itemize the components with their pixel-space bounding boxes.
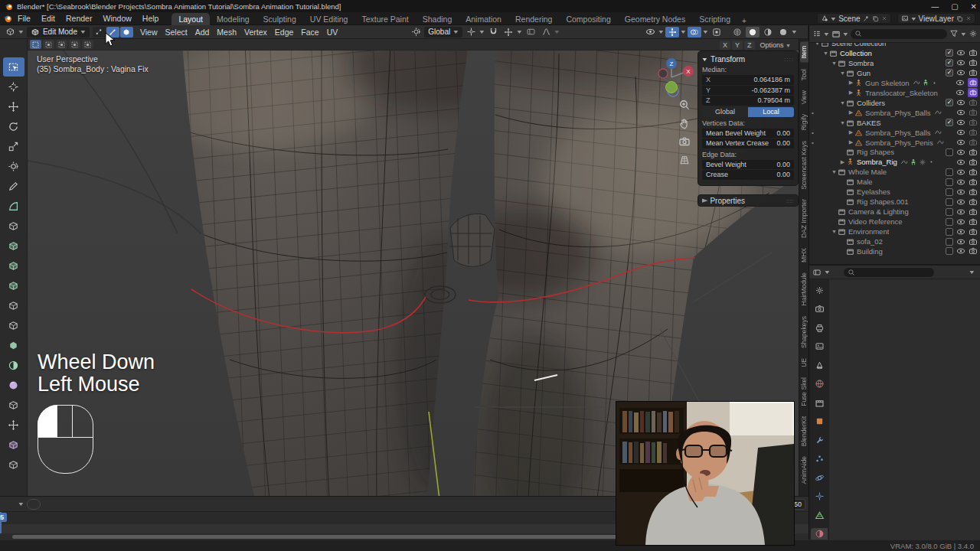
hide-eye-icon[interactable] xyxy=(956,78,965,87)
select-mode-intersect-icon[interactable] xyxy=(82,40,93,49)
menu-file[interactable]: File xyxy=(12,13,36,24)
exclude-checkbox[interactable] xyxy=(946,198,953,206)
outliner-row[interactable]: •▶Sombra_Phys_Balls xyxy=(809,128,980,138)
render-camera-icon[interactable] xyxy=(969,118,978,127)
workspace-tab-uv-editing[interactable]: UV Editing xyxy=(303,13,355,25)
viewport-menu-view[interactable]: View xyxy=(136,28,162,37)
render-camera-icon[interactable] xyxy=(969,237,978,246)
navigation-gizmo[interactable]: Z X xyxy=(648,56,695,100)
render-camera-icon-override[interactable] xyxy=(968,78,978,87)
exclude-checkbox[interactable]: ✓ xyxy=(946,59,953,67)
outliner-row[interactable]: ▼Gun✓ xyxy=(809,68,980,78)
exclude-checkbox[interactable] xyxy=(946,208,953,216)
render-camera-icon-override[interactable] xyxy=(968,88,978,97)
tool-spin[interactable] xyxy=(3,356,24,375)
exclude-checkbox[interactable] xyxy=(946,238,953,246)
maximize-icon[interactable]: ▢ xyxy=(951,2,958,11)
render-camera-icon[interactable] xyxy=(969,108,978,117)
sidebar-properties-panel[interactable]: ▶ Properties :::: xyxy=(697,194,799,207)
render-camera-icon[interactable] xyxy=(969,168,978,177)
exclude-checkbox[interactable] xyxy=(946,228,953,236)
tool-shrink-fatten[interactable] xyxy=(3,416,24,435)
pivot-point-icon[interactable] xyxy=(464,27,478,37)
properties-tab-render[interactable] xyxy=(811,303,828,315)
exclude-checkbox[interactable] xyxy=(946,188,953,196)
expander-icon[interactable]: ▶ xyxy=(848,80,854,86)
render-camera-icon[interactable] xyxy=(969,246,978,256)
tool-inset-faces[interactable] xyxy=(3,256,24,276)
properties-tab-collection[interactable] xyxy=(811,396,828,409)
hide-eye-icon[interactable] xyxy=(956,128,965,137)
filter-funnel-icon[interactable] xyxy=(949,29,959,38)
outliner-row[interactable]: ▼Whole Male xyxy=(809,167,980,177)
hide-eye-icon[interactable] xyxy=(956,88,965,97)
mirror-x-button[interactable]: X xyxy=(720,41,730,50)
hide-eye-icon[interactable] xyxy=(956,197,965,207)
viewport-menu-select[interactable]: Select xyxy=(161,28,191,37)
properties-tab-modifiers[interactable] xyxy=(811,434,828,446)
hide-eye-icon[interactable] xyxy=(956,138,965,147)
sidebar-tab-mhx[interactable]: MHX xyxy=(800,244,808,266)
sidebar-tab-screencast-keys[interactable]: Screencast Keys xyxy=(800,137,808,194)
show-object-types-icon[interactable] xyxy=(643,27,657,37)
hide-eye-icon[interactable] xyxy=(956,108,965,117)
properties-tab-material[interactable] xyxy=(811,528,828,540)
properties-tab-view-layer[interactable] xyxy=(811,341,828,353)
select-mode-subtract-icon[interactable] xyxy=(56,40,67,49)
sidebar-tab-tool[interactable]: Tool xyxy=(800,65,808,85)
render-camera-icon[interactable] xyxy=(969,207,978,217)
menu-window[interactable]: Window xyxy=(97,13,136,24)
exclude-checkbox[interactable]: ✓ xyxy=(946,49,953,57)
render-camera-icon[interactable] xyxy=(969,48,978,57)
show-gizmo-icon[interactable] xyxy=(665,27,679,37)
workspace-tab-scripting[interactable]: Scripting xyxy=(692,13,737,25)
expander-icon[interactable]: ▶ xyxy=(848,129,854,135)
hide-eye-icon[interactable] xyxy=(956,148,965,157)
select-mode-invert-icon[interactable] xyxy=(69,40,80,49)
properties-tab-object-data[interactable] xyxy=(811,509,828,521)
show-overlays-icon[interactable] xyxy=(688,27,701,37)
outliner-options-icon[interactable] xyxy=(969,29,978,38)
outliner-search-input[interactable] xyxy=(851,29,947,39)
outliner-row[interactable]: ▼Collection✓ xyxy=(809,48,980,58)
render-camera-icon[interactable] xyxy=(969,58,978,67)
hide-eye-icon[interactable] xyxy=(956,48,965,57)
exclude-checkbox[interactable] xyxy=(946,148,953,156)
sidebar-tab-ue[interactable]: UE xyxy=(800,354,808,371)
shading-rendered-icon[interactable] xyxy=(776,27,790,37)
tool-extrude-region[interactable] xyxy=(3,236,24,256)
workspace-tab-texture-paint[interactable]: Texture Paint xyxy=(354,13,415,25)
outliner-row[interactable]: sofa_02 xyxy=(809,236,980,246)
scene-selector[interactable]: ▼ Scene xyxy=(817,13,890,24)
expander-icon[interactable]: ▶ xyxy=(839,159,846,165)
pan-hand-icon[interactable] xyxy=(678,117,691,129)
properties-tab-tool[interactable] xyxy=(811,284,828,296)
exclude-checkbox[interactable] xyxy=(946,247,953,255)
workspace-tab-shading[interactable]: Shading xyxy=(416,13,459,25)
mirror-z-button[interactable]: Z xyxy=(744,41,755,50)
outliner-row[interactable]: ▶Translocator_Skeleton xyxy=(809,88,980,98)
transform-panel-header[interactable]: ▼ Transform :::: xyxy=(702,55,794,64)
properties-tab-scene[interactable] xyxy=(811,359,828,371)
hide-eye-icon[interactable] xyxy=(956,178,965,187)
hide-eye-icon[interactable] xyxy=(956,237,965,246)
hide-eye-icon[interactable] xyxy=(956,58,965,67)
expander-icon[interactable]: ▼ xyxy=(831,60,838,66)
tool-smooth[interactable] xyxy=(3,376,24,395)
render-camera-icon[interactable] xyxy=(969,68,978,77)
outliner-row[interactable]: ▼Colliders✓ xyxy=(809,98,980,108)
hide-eye-icon[interactable] xyxy=(956,217,965,227)
workspace-tab-modeling[interactable]: Modeling xyxy=(210,13,256,25)
expander-icon[interactable]: ▼ xyxy=(839,70,846,76)
sidebar-tab-blenderkit[interactable]: BlenderKit xyxy=(800,412,808,450)
face-select-button[interactable] xyxy=(120,27,133,37)
properties-tab-object[interactable] xyxy=(811,416,828,428)
outliner-row[interactable]: Building xyxy=(809,246,980,256)
shading-wireframe-icon[interactable] xyxy=(730,27,744,37)
outliner-display-mode-icon[interactable] xyxy=(812,29,822,38)
new-scene-icon[interactable] xyxy=(872,15,879,22)
sidebar-tab-item[interactable]: Item xyxy=(800,42,808,63)
viewport-menu-add[interactable]: Add xyxy=(191,28,214,37)
global-button[interactable]: Global xyxy=(702,107,748,117)
expander-icon[interactable]: ▼ xyxy=(814,43,821,46)
